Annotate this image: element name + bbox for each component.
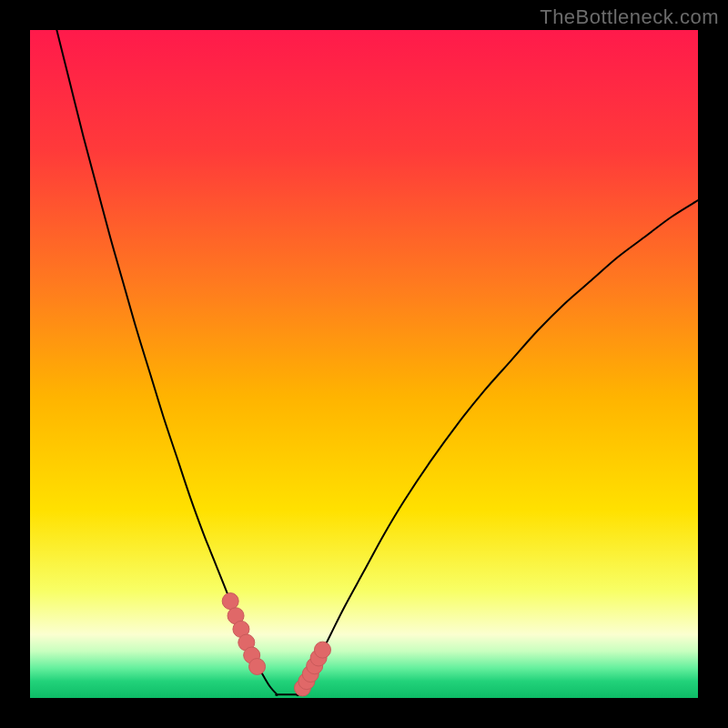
plot-area	[30, 30, 698, 698]
highlight-markers	[30, 30, 698, 698]
chart-frame: TheBottleneck.com	[0, 0, 728, 728]
marker-dot	[314, 642, 330, 658]
marker-dot	[249, 659, 266, 675]
watermark-text: TheBottleneck.com	[540, 5, 719, 29]
marker-dot	[222, 593, 238, 610]
